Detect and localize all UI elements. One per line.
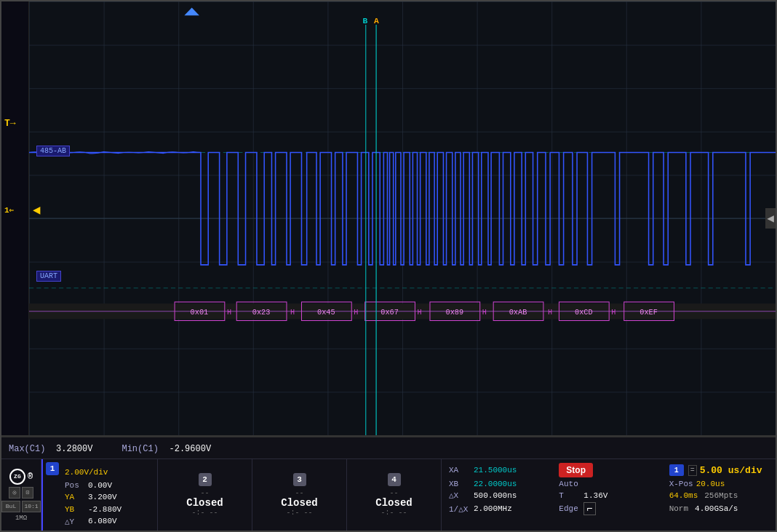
- ch4-closed-label: Closed: [375, 497, 412, 509]
- ch1-number: 1: [46, 462, 59, 475]
- xpos-row: X-Pos 20.0us: [669, 480, 768, 488]
- svg-text:0x45: 0x45: [317, 308, 335, 317]
- sample-rate-row: Norm 4.00GSa/s: [669, 502, 768, 515]
- svg-text:A: A: [374, 16, 379, 25]
- svg-text:0xAB: 0xAB: [509, 308, 527, 317]
- logo-circle-text: ZG: [14, 473, 21, 480]
- status-bar: Max(C1) 3.2800V Min(C1) -2.9600V ZG ®: [1, 436, 776, 531]
- ch1-yb-row: YB -2.880V: [47, 505, 153, 514]
- edge-label: Edge: [559, 504, 581, 513]
- svg-text:H: H: [290, 308, 295, 317]
- svg-text:0xEF: 0xEF: [639, 308, 658, 317]
- xb-val: 22.0000us: [474, 480, 517, 488]
- xa-val: 21.5000us: [474, 466, 517, 475]
- svg-text:H: H: [611, 308, 615, 317]
- max-label: Max(C1): [9, 444, 45, 454]
- memory-val2: 256Mpts: [704, 491, 738, 500]
- ch1-ay-label: △Y: [65, 517, 85, 526]
- ch3-dash-top: --: [295, 489, 303, 497]
- ch1-pos-value: 0.00V: [88, 481, 112, 490]
- left-labels: T→ 1⇐: [1, 1, 29, 435]
- svg-text:H: H: [482, 308, 487, 317]
- invdx-param: 1/△X 2.000MHz: [449, 502, 548, 515]
- min-label: Min(C1): [121, 444, 158, 454]
- max-measurement: Max(C1) 3.2800V: [9, 442, 92, 455]
- ch4-number: 4: [388, 473, 401, 486]
- svg-text:H: H: [548, 308, 552, 317]
- t-row: T 1.36V: [559, 491, 658, 500]
- icon-button-1[interactable]: ◎: [9, 487, 20, 499]
- div-display: 5.00 us/div: [700, 465, 762, 476]
- auto-label: Auto: [559, 480, 578, 488]
- ch1-ya-label: YA: [65, 493, 85, 501]
- min-measurement: Min(C1) -2.9600V: [121, 442, 211, 455]
- impedance-label: 1MΩ: [15, 515, 27, 522]
- auto-row: Auto: [559, 480, 658, 488]
- ch1-yb-label: YB: [65, 505, 85, 514]
- sample-rate-label: Norm: [669, 504, 688, 513]
- dx-key: △X: [449, 491, 471, 500]
- waveform-area: 0x01 0x23 0x45 0x67 0x89 0xAB 0xCD 0xEF …: [29, 1, 776, 435]
- right-arrow-button[interactable]: ◀: [765, 208, 776, 229]
- ch1-ay-value: 6.080V: [88, 517, 117, 525]
- ch-ind-row: 1 = 5.00 us/div: [669, 463, 768, 477]
- xb-key: XB: [449, 480, 471, 488]
- t-key: T: [559, 491, 581, 500]
- ch4-panel: 4 -- Closed -:- --: [347, 459, 442, 531]
- xpos-val: 20.0us: [696, 480, 725, 488]
- ch3-panel: 3 -- Closed -:- --: [252, 459, 347, 531]
- ch3-closed-label: Closed: [281, 497, 317, 509]
- icon-button-4[interactable]: 10:1: [22, 501, 41, 512]
- icon-button-2[interactable]: ⊡: [22, 487, 33, 499]
- ch1-ya-value: 3.200V: [88, 493, 117, 501]
- ch1-yb-value: -2.880V: [88, 505, 121, 514]
- icon-button-3[interactable]: BuL: [1, 501, 20, 512]
- ch2-dash-bottom: -:- --: [191, 509, 218, 517]
- ch1-ya-row: YA 3.200V: [47, 493, 153, 501]
- logo-area: ZG ® ◎ ⊡ BuL 10:1 1MΩ: [1, 459, 41, 531]
- dx-val: 500.000ns: [474, 491, 517, 500]
- sample-rate-val: 4.00GSa/s: [695, 504, 738, 513]
- svg-text:B: B: [363, 16, 368, 25]
- memory-val1: 64.0ms: [669, 491, 698, 500]
- ch1-ay-row: △Y 6.080V: [47, 517, 153, 526]
- ch1-pos-label: Pos: [65, 481, 85, 490]
- svg-text:H: H: [418, 308, 422, 317]
- ch4-dash-bottom: -:- --: [380, 509, 407, 517]
- ch2-dash-top: --: [200, 489, 209, 497]
- ch1-volts-div: 2.00V/div: [65, 468, 108, 477]
- xa-key: XA: [449, 466, 471, 475]
- edge-row: Edge ⌐: [559, 502, 658, 515]
- svg-text:0xCD: 0xCD: [575, 308, 593, 317]
- oscilloscope-main: T→ 1⇐: [0, 0, 777, 532]
- ch1-panel: 1 2.00V/div Pos 0.00V YA 3.200V YB -2.88…: [41, 459, 158, 531]
- ch1-pos-row: Pos 0.00V: [47, 481, 153, 490]
- stop-button[interactable]: Stop: [559, 463, 593, 477]
- xa-param: XA 21.5000us: [449, 463, 548, 477]
- ch-indicator: 1: [669, 464, 684, 476]
- svg-text:0x01: 0x01: [191, 308, 209, 317]
- icons-row: ◎ ⊡: [9, 487, 33, 499]
- ch4-dash-top: --: [389, 489, 398, 497]
- measurements-row: Max(C1) 3.2800V Min(C1) -2.9600V: [1, 437, 776, 459]
- right-info-panel: XA 21.5000us Stop 1 = 5.00 us/div: [442, 459, 776, 531]
- ch3-dash-bottom: -:- --: [286, 509, 312, 517]
- ch2-number: 2: [199, 473, 212, 486]
- ch2-panel: 2 -- Closed -:- --: [158, 459, 252, 531]
- invdx-key: 1/△X: [449, 504, 471, 514]
- memory-row: 64.0ms 256Mpts: [669, 491, 768, 500]
- right-param-grid: XA 21.5000us Stop 1 = 5.00 us/div: [449, 463, 768, 515]
- logo-text: ®: [28, 472, 33, 482]
- min-value: -2.9600V: [169, 444, 211, 454]
- svg-text:0x67: 0x67: [380, 308, 399, 317]
- ch-eq-icon: =: [688, 465, 697, 476]
- ch2-closed-label: Closed: [186, 497, 223, 509]
- xb-param: XB 22.0000us: [449, 480, 548, 488]
- max-value: 3.2800V: [56, 444, 92, 454]
- t-val: 1.36V: [583, 491, 607, 500]
- xpos-label: X-Pos: [669, 480, 693, 488]
- display-area: T→ 1⇐: [1, 1, 776, 436]
- channel-485ab-badge: 485-AB: [36, 146, 70, 156]
- ch1-side-label: 1⇐: [4, 205, 14, 215]
- edge-symbol: ⌐: [583, 502, 595, 515]
